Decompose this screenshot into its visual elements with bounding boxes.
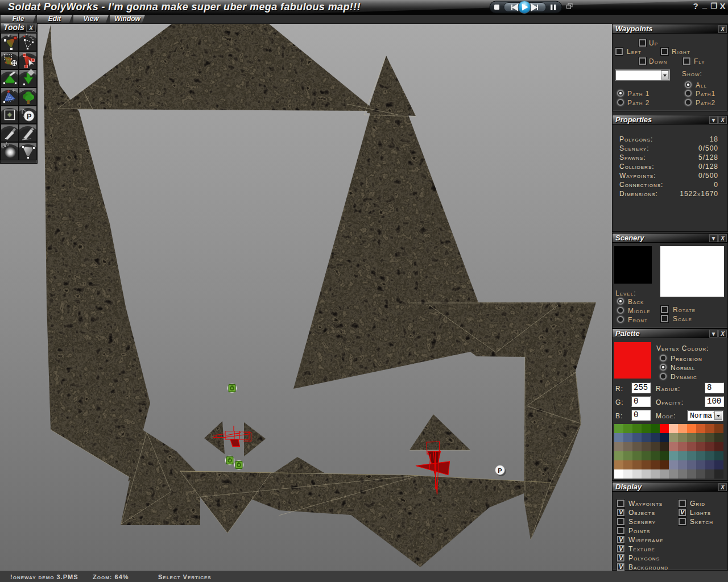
svg-text:P: P [498,467,502,474]
svg-text:P: P [27,112,32,120]
